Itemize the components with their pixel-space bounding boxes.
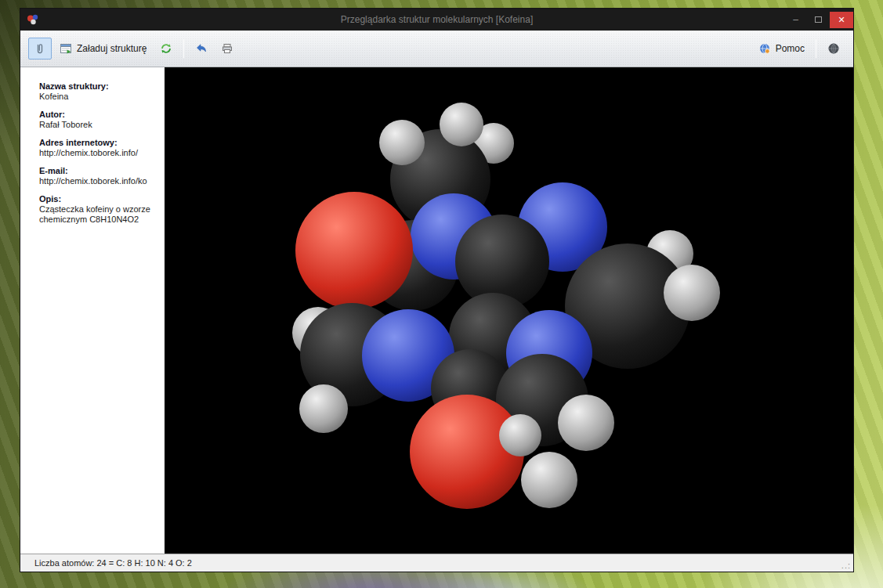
field-value: http://chemix.toborek.info/ko: [39, 176, 157, 186]
refresh-button[interactable]: [154, 38, 178, 60]
app-icon: [27, 13, 39, 26]
window-title: Przeglądarka struktur molekularnych [Kof…: [20, 14, 853, 25]
web-button[interactable]: [822, 38, 845, 60]
atom-sphere-H: [558, 395, 614, 451]
titlebar[interactable]: Przeglądarka struktur molekularnych [Kof…: [20, 9, 853, 31]
sidebar-field: E-mail:http://chemix.toborek.info/ko: [39, 166, 157, 186]
load-structure-label: Załaduj strukturę: [77, 43, 147, 54]
sidebar-field: Opis:Cząsteczka kofeiny o wzorze chemicz…: [39, 194, 157, 225]
structure-info-panel: Nazwa struktury:KofeinaAutor:Rafał Tobor…: [20, 67, 165, 554]
paperclip-icon: [34, 42, 46, 55]
atom-sphere-O: [295, 192, 413, 309]
printer-icon: [221, 42, 233, 55]
field-label: E-mail:: [39, 166, 157, 176]
statusbar: Liczba atomów: 24 = C: 8 H: 10 N: 4 O: 2…: [20, 554, 853, 572]
field-value: Cząsteczka kofeiny o wzorze chemicznym C…: [39, 204, 157, 225]
sidebar-field: Adres internetowy:http://chemix.toborek.…: [39, 138, 157, 158]
help-label: Pomoc: [776, 43, 805, 54]
pin-structure-button[interactable]: [28, 38, 52, 60]
sidebar-field: Nazwa struktury:Kofeina: [39, 81, 157, 102]
close-button[interactable]: ✕: [830, 12, 853, 28]
field-label: Autor:: [39, 110, 157, 120]
field-label: Nazwa struktury:: [39, 81, 157, 92]
undo-icon: [195, 42, 208, 55]
toolbar-separator: [816, 39, 816, 58]
resize-grip[interactable]: ..:: [841, 561, 851, 570]
app-window: Przeglądarka struktur molekularnych [Kof…: [20, 8, 854, 572]
atom-sphere-H: [379, 120, 425, 165]
field-value: Kofeina: [39, 92, 157, 102]
window-controls: – ✕: [784, 9, 853, 31]
main-content: Nazwa struktury:KofeinaAutor:Rafał Tobor…: [20, 67, 853, 554]
field-label: Adres internetowy:: [39, 138, 157, 148]
molecule-3d-viewport[interactable]: [165, 67, 853, 554]
atom-sphere-H: [521, 452, 577, 508]
load-structure-button[interactable]: Załaduj strukturę: [54, 38, 152, 60]
atom-sphere-H: [664, 265, 720, 321]
help-globe-icon: [758, 42, 771, 55]
maximize-button[interactable]: [807, 12, 830, 28]
undo-button[interactable]: [190, 38, 213, 60]
help-button[interactable]: Pomoc: [753, 38, 810, 60]
globe-gray-icon: [827, 42, 840, 55]
sidebar-field: Autor:Rafał Toborek: [39, 110, 157, 130]
maximize-icon: [815, 16, 822, 23]
atom-sphere-H: [499, 414, 541, 456]
field-value: http://chemix.toborek.info/: [39, 148, 157, 158]
toolbar-separator: [183, 39, 184, 58]
load-structure-icon: [60, 42, 72, 55]
minimize-button[interactable]: –: [784, 12, 807, 28]
field-label: Opis:: [39, 194, 157, 204]
field-value: Rafał Toborek: [39, 120, 157, 130]
atom-sphere-H: [440, 103, 483, 146]
atom-count-status: Liczba atomów: 24 = C: 8 H: 10 N: 4 O: 2: [34, 558, 192, 568]
print-button[interactable]: [215, 38, 239, 60]
toolbar-right-group: Pomoc: [753, 38, 845, 60]
refresh-icon: [160, 42, 172, 55]
toolbar: Załaduj strukturę: [20, 31, 853, 67]
atom-sphere-H: [299, 384, 348, 433]
